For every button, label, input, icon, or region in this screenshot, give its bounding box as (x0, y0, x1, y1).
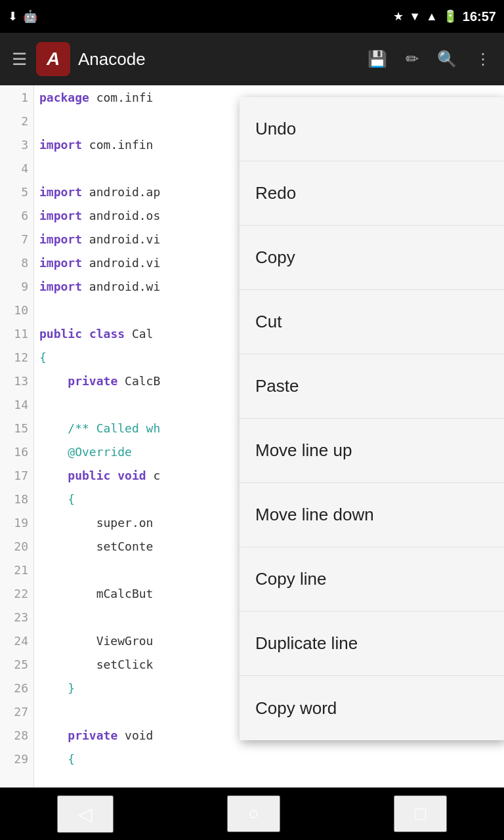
line-num-5: 5 (0, 180, 33, 203)
menu-item-copy-line[interactable]: Copy line (240, 547, 504, 612)
toolbar: ☰ A Anacode 💾 ✏ 🔍 ⋮ (0, 33, 504, 85)
menu-item-move-line-up[interactable]: Move line up (240, 419, 504, 483)
menu-item-undo[interactable]: Undo (240, 97, 504, 161)
wifi-icon: ▼ (409, 10, 421, 24)
line-num-20: 20 (0, 534, 33, 558)
code-line-29: { (39, 747, 504, 770)
line-num-14: 14 (0, 392, 33, 416)
more-options-button[interactable]: ⋮ (467, 43, 499, 75)
line-num-18: 18 (0, 487, 33, 511)
app-title: Anacode (78, 49, 357, 70)
line-numbers: 1 2 3 4 5 6 7 8 9 10 11 12 13 14 15 16 1… (0, 85, 34, 788)
line-num-17: 17 (0, 463, 33, 487)
line-num-13: 13 (0, 369, 33, 392)
battery-icon: 🔋 (443, 9, 457, 24)
line-num-23: 23 (0, 605, 33, 629)
menu-item-move-line-down[interactable]: Move line down (240, 483, 504, 547)
android-icon: 🤖 (23, 9, 37, 24)
context-menu: Undo Redo Copy Cut Paste Move line up Mo… (240, 97, 504, 740)
status-bar: ⬇ 🤖 ★ ▼ ▲ 🔋 16:57 (0, 0, 504, 33)
line-num-7: 7 (0, 227, 33, 251)
line-num-3: 3 (0, 133, 33, 156)
line-num-15: 15 (0, 416, 33, 440)
line-num-26: 26 (0, 676, 33, 700)
menu-item-copy-word[interactable]: Copy word (240, 676, 504, 740)
bottom-nav (0, 788, 504, 840)
app-logo: A (36, 42, 70, 76)
line-num-10: 10 (0, 298, 33, 322)
line-num-8: 8 (0, 251, 33, 274)
line-num-4: 4 (0, 156, 33, 180)
edit-button[interactable]: ✏ (398, 43, 427, 75)
line-num-28: 28 (0, 723, 33, 747)
menu-item-paste[interactable]: Paste (240, 354, 504, 419)
line-num-2: 2 (0, 109, 33, 133)
save-button[interactable]: 💾 (360, 43, 395, 75)
signal-icon: ▲ (426, 10, 438, 24)
star-icon: ★ (393, 9, 404, 24)
line-num-6: 6 (0, 203, 33, 227)
line-num-27: 27 (0, 700, 33, 723)
line-num-29: 29 (0, 747, 33, 770)
menu-item-cut[interactable]: Cut (240, 290, 504, 354)
status-time: 16:57 (463, 9, 496, 24)
line-num-25: 25 (0, 652, 33, 676)
app-logo-text: A (47, 49, 60, 70)
line-num-24: 24 (0, 629, 33, 652)
menu-item-copy[interactable]: Copy (240, 226, 504, 290)
recent-apps-button[interactable] (394, 795, 447, 832)
search-button[interactable]: 🔍 (429, 43, 465, 75)
line-num-9: 9 (0, 274, 33, 298)
menu-item-duplicate-line[interactable]: Duplicate line (240, 612, 504, 676)
line-num-11: 11 (0, 322, 33, 345)
line-num-1: 1 (0, 85, 33, 109)
menu-item-redo[interactable]: Redo (240, 161, 504, 226)
hamburger-menu-button[interactable]: ☰ (5, 43, 33, 76)
back-button[interactable] (57, 795, 114, 833)
status-bar-right: ★ ▼ ▲ 🔋 16:57 (393, 9, 496, 24)
line-num-19: 19 (0, 511, 33, 534)
home-button[interactable] (227, 795, 280, 832)
line-num-16: 16 (0, 440, 33, 463)
line-num-12: 12 (0, 345, 33, 369)
download-icon: ⬇ (8, 9, 18, 24)
line-num-22: 22 (0, 581, 33, 605)
status-bar-left: ⬇ 🤖 (8, 9, 37, 24)
line-num-21: 21 (0, 558, 33, 581)
